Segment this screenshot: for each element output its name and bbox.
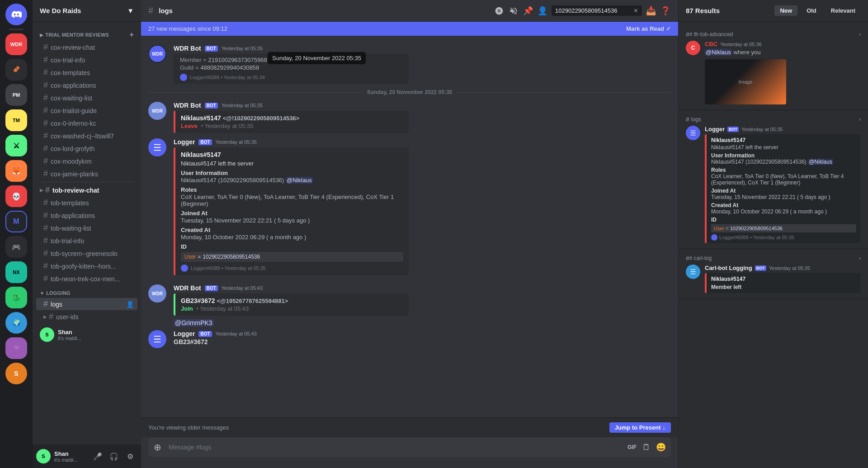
hash-icon: # xyxy=(43,156,48,166)
channel-tob-templates[interactable]: #tob-templates xyxy=(36,197,137,209)
server-icon-6[interactable]: 🦊 xyxy=(5,160,27,182)
server-icon-8[interactable]: M xyxy=(5,211,27,232)
result-joined-val: Tuesday, 15 November 2022 22:21 ( 5 days… xyxy=(711,194,856,200)
channel-tob-trial-info[interactable]: #tob-trial-info xyxy=(36,235,137,247)
emoji-btn[interactable]: 😀 xyxy=(655,441,667,454)
settings-button[interactable]: ⚙ xyxy=(123,449,137,463)
channel-cox-waiting-list[interactable]: #cox-waiting-list xyxy=(36,92,137,104)
mute-button[interactable]: 🎤 xyxy=(90,449,105,463)
server-icon-1[interactable]: WDR xyxy=(5,33,27,55)
search-result-carl-log[interactable]: # # carl-log › Carl-bot Logging BOT Yest… xyxy=(679,249,868,299)
mark-as-read-btn[interactable]: Mark as Read ✓ xyxy=(626,25,671,32)
server-icon-9[interactable]: 🎮 xyxy=(5,236,27,258)
wdr-bot-avatar-2: WDR xyxy=(148,102,166,120)
filter-old-btn[interactable]: Old xyxy=(801,5,822,16)
hash-icon: # xyxy=(43,93,48,103)
discord-home-icon[interactable] xyxy=(5,4,27,25)
server-icon-12[interactable]: 🌍 xyxy=(5,312,27,334)
result-text-lfr: @Niklaus where you xyxy=(705,48,861,57)
channel-tob-goofy-kitten[interactable]: #tob-goofy-kitten--hors... xyxy=(36,260,137,272)
category-trial-mentor-reviews[interactable]: ▶ TRIAL MENTOR REVIEWS + xyxy=(33,29,141,41)
wdr-join-author: WDR Bot xyxy=(174,284,201,292)
carl-embed: Niklaus#5147 Member left xyxy=(705,273,861,293)
channel-cox-jamie-planks[interactable]: #cox-jamie-planks xyxy=(36,168,137,180)
channel-logs[interactable]: # logs 👤 xyxy=(36,298,137,310)
message-group-grimm: @GrimmPK3 xyxy=(141,318,678,327)
channel-cox-trialist-guide[interactable]: #cox-trialist-guide xyxy=(36,104,137,117)
logger-footer-icon xyxy=(180,74,187,81)
channel-tob-applications[interactable]: #tob-applications xyxy=(36,209,137,222)
search-result-logs[interactable]: # logs › Logger BOT Yesterday at 05:35 N… xyxy=(679,110,868,249)
sticker-btn[interactable]: 🗒 xyxy=(640,441,653,454)
hash-icon: # xyxy=(43,80,48,90)
wdr-bot-avatar-3: WDR xyxy=(148,284,166,303)
filter-new-btn[interactable]: New xyxy=(774,5,797,16)
wdr-bot-avatar: WDR xyxy=(148,45,166,63)
deafen-button[interactable]: 🎧 xyxy=(107,449,121,463)
search-result-lfr-tob[interactable]: # # lfr-tob-advanced › C CBC Yesterday a… xyxy=(679,25,868,110)
gif-btn[interactable]: GIF xyxy=(626,441,638,454)
message-input-field[interactable] xyxy=(167,440,622,454)
threads-icon[interactable] xyxy=(494,5,505,16)
pin-icon[interactable]: 📌 xyxy=(523,5,533,16)
channel-hash-icon: # xyxy=(148,5,153,16)
channel-cox-moodykım[interactable]: #cox-moodykım xyxy=(36,155,137,167)
server-icon-13[interactable]: 👾 xyxy=(5,337,27,359)
server-icon-4[interactable]: TM xyxy=(5,109,27,131)
channel-user-ids[interactable]: ▶ # user-ids xyxy=(36,311,137,323)
channel-tob-sycrem[interactable]: #tob-sycrem--greenesolo xyxy=(36,247,137,260)
server-icon-11[interactable]: 🐉 xyxy=(5,287,27,308)
category-separator xyxy=(40,182,134,182)
search-box[interactable]: 1029022905809514536 ✕ xyxy=(552,5,642,16)
inbox-icon[interactable]: 📥 xyxy=(646,5,656,16)
result-content-carl: Carl-bot Logging BOT Yesterday at 05:35 … xyxy=(705,265,861,293)
server-icon-10[interactable]: NX xyxy=(5,261,27,283)
channel-cox-lord-grofyth[interactable]: #cox-lord-grofyth xyxy=(36,142,137,155)
member-list-toggle-icon[interactable]: 👤 xyxy=(537,5,548,16)
result-channel-lfr: # # lfr-tob-advanced › xyxy=(686,31,861,38)
jump-to-present-btn[interactable]: Jump to Present ↓ xyxy=(609,422,671,433)
server-icon-7[interactable]: 💀 xyxy=(5,185,27,207)
channel-tob-waiting-list[interactable]: #tob-waiting-list xyxy=(36,222,137,234)
logger-author-result: Logger xyxy=(705,126,725,132)
logger-avatar-2 xyxy=(148,330,166,348)
channel-cox-trial-info[interactable]: #cox-trial-info xyxy=(36,54,137,66)
channel-cox-0-inferno-kc[interactable]: #cox-0-inferno-kc xyxy=(36,117,137,129)
server-icon-3[interactable]: PM xyxy=(5,84,27,106)
message-header-wdr-join: WDR Bot BOT Yesterday at 05:43 xyxy=(174,284,671,292)
older-text: You're viewing older messages xyxy=(148,424,229,431)
server-header[interactable]: We Do Raids ▼ xyxy=(33,0,141,22)
channel-list: ▶ TRIAL MENTOR REVIEWS + #cox-review-cha… xyxy=(33,22,141,444)
channel-cox-applications[interactable]: #cox-applications xyxy=(36,79,137,91)
server-icon-2[interactable]: 🗞 xyxy=(5,59,27,80)
category-arrow: ▼ xyxy=(40,291,44,296)
filter-relevant-btn[interactable]: Relevant xyxy=(826,5,861,16)
result-content-lfr: CBC Yesterday at 05:36 @Niklaus where yo… xyxy=(705,41,861,104)
search-clear-btn[interactable]: ✕ xyxy=(633,7,638,14)
channel-tob-neon-trek[interactable]: #tob-neon-trek-cox-men... xyxy=(36,273,137,285)
channel-cox-templates[interactable]: #cox-templates xyxy=(36,66,137,79)
add-attachment-btn[interactable]: ⊕ xyxy=(152,440,163,454)
channel-tob-review-chat[interactable]: ▶ # tob-review-chat xyxy=(36,184,137,196)
roles-label: Roles xyxy=(181,186,403,193)
message-group-wdr-join: WDR WDR Bot BOT Yesterday at 05:43 GB23#… xyxy=(141,282,678,318)
id-eq: = xyxy=(198,254,201,260)
result-hash-icon: # xyxy=(686,31,689,38)
logger-timestamp: Yesterday at 05:35 xyxy=(216,139,257,145)
server-icon-14[interactable]: S xyxy=(5,363,27,384)
help-icon[interactable]: ❓ xyxy=(660,5,671,16)
add-channel-btn[interactable]: + xyxy=(129,31,134,39)
hash-icon: # xyxy=(43,118,48,128)
logger-join-author: Logger xyxy=(174,330,195,337)
hash-icon: # xyxy=(43,249,48,258)
result-id-row: User = 1029022905809514536 xyxy=(711,224,856,232)
muted-icon[interactable] xyxy=(508,5,519,16)
channel-cox-review-chat[interactable]: #cox-review-chat xyxy=(36,41,137,53)
category-logging[interactable]: ▼ LOGGING xyxy=(33,288,141,298)
wdr-join-embed: GB23#3672 <@195267787625594881> Join • Y… xyxy=(174,293,409,316)
niklaus-mention: @Niklaus xyxy=(286,177,313,184)
wdr-avatar-2-inner: WDR xyxy=(148,102,166,120)
server-icon-5[interactable]: ⚔ xyxy=(5,135,27,156)
shan-name: Shan xyxy=(58,329,81,336)
channel-cox-washed[interactable]: #cox-washed-cj--ltswill7 xyxy=(36,130,137,142)
